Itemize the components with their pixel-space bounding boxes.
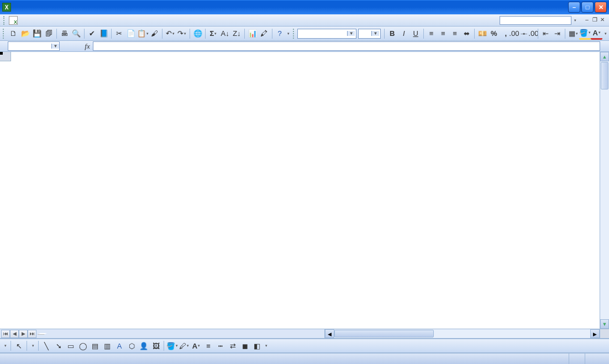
font-color-button[interactable]: A <box>591 28 602 40</box>
clipart-button[interactable]: 👤 <box>138 340 150 352</box>
copy-button[interactable]: 📄 <box>125 28 136 40</box>
font-color-draw-button[interactable]: A <box>190 340 202 352</box>
align-center-button[interactable]: ≡ <box>437 28 449 40</box>
menu-format[interactable] <box>48 19 54 22</box>
3d-button[interactable]: ◧ <box>251 340 263 352</box>
diagram-button[interactable]: ⬡ <box>125 340 138 352</box>
arrow-style-button[interactable]: ⇄ <box>227 340 239 352</box>
font-size-select[interactable]: ▼ <box>358 29 381 39</box>
chart-wizard-button[interactable]: 📊 <box>246 28 258 40</box>
help-dropdown[interactable] <box>571 14 578 27</box>
sort-desc-button[interactable]: Z↓ <box>231 28 243 40</box>
scroll-thumb[interactable] <box>334 330 434 337</box>
scroll-left-arrow[interactable]: ◀ <box>325 329 334 338</box>
tab-prev-button[interactable]: ◀ <box>10 330 19 338</box>
autoshapes-menu[interactable] <box>29 342 36 349</box>
menu-edit[interactable] <box>28 19 34 22</box>
autosum-button[interactable]: Σ <box>207 28 219 40</box>
italic-button[interactable]: I <box>398 28 410 40</box>
sort-asc-button[interactable]: A↓ <box>219 28 230 40</box>
menu-help[interactable] <box>74 19 81 22</box>
line-color-button[interactable]: 🖊 <box>178 340 190 352</box>
font-name-select[interactable]: ▼ <box>297 29 356 39</box>
select-objects-button[interactable]: ↖ <box>13 340 25 352</box>
bold-button[interactable]: B <box>386 28 398 40</box>
minimize-button[interactable]: – <box>568 2 580 13</box>
align-left-button[interactable]: ≡ <box>426 28 437 40</box>
menu-view[interactable] <box>34 19 41 22</box>
menu-data[interactable] <box>61 19 67 22</box>
textbox-button[interactable]: ▤ <box>89 340 101 352</box>
redo-button[interactable]: ↷ <box>176 28 188 40</box>
open-button[interactable]: 📂 <box>19 28 31 40</box>
undo-button[interactable]: ↶ <box>164 28 176 40</box>
help-search-input[interactable] <box>500 16 571 25</box>
help-button[interactable]: ? <box>274 28 286 40</box>
increase-indent-button[interactable]: ⇥ <box>552 28 563 40</box>
line-shape-button[interactable]: ╲ <box>40 340 53 352</box>
decrease-indent-button[interactable]: ⇤ <box>540 28 552 40</box>
menu-window[interactable] <box>67 19 74 22</box>
cells-grid[interactable] <box>11 61 600 329</box>
wordart-button[interactable]: A <box>113 340 125 352</box>
dash-style-button[interactable]: ┅ <box>214 340 227 352</box>
menu-insert[interactable] <box>41 19 48 22</box>
borders-button[interactable]: ▦ <box>567 28 579 40</box>
menu-file[interactable] <box>21 19 28 22</box>
fill-color-button[interactable]: 🪣 <box>579 28 591 40</box>
shadow-button[interactable]: ◼ <box>239 340 251 352</box>
insert-picture-button[interactable]: 🖼 <box>150 340 162 352</box>
vertical-scrollbar[interactable]: ▲ ▼ <box>600 52 609 329</box>
toolbar-handle[interactable] <box>3 16 7 25</box>
scroll-right-arrow[interactable]: ▶ <box>590 329 600 338</box>
tab-next-button[interactable]: ▶ <box>19 330 28 338</box>
horizontal-scrollbar[interactable]: ◀ ▶ <box>325 329 609 338</box>
fill-color-draw-button[interactable]: 🪣 <box>166 340 178 352</box>
permission-button[interactable]: 🗐 <box>43 28 55 40</box>
new-button[interactable]: 🗋 <box>8 28 19 40</box>
toolbar-options[interactable] <box>602 28 608 40</box>
print-button[interactable]: 🖶 <box>59 28 70 40</box>
select-all-corner[interactable] <box>0 52 11 61</box>
document-icon[interactable] <box>9 16 18 25</box>
rectangle-shape-button[interactable]: ▭ <box>65 340 77 352</box>
menu-tools[interactable] <box>54 19 61 22</box>
align-right-button[interactable]: ≡ <box>449 28 460 40</box>
mdi-minimize[interactable]: – <box>584 17 590 24</box>
hyperlink-button[interactable]: 🌐 <box>192 28 203 40</box>
toolbar-options[interactable] <box>263 340 269 352</box>
mdi-restore[interactable]: ❐ <box>591 17 598 24</box>
resize-handle[interactable] <box>600 329 609 338</box>
toolbar-handle[interactable] <box>3 29 6 39</box>
decrease-decimal-button[interactable]: ←.00 <box>524 28 536 40</box>
toolbar-handle[interactable] <box>293 29 296 39</box>
vertical-textbox-button[interactable]: ▥ <box>101 340 113 352</box>
line-style-button[interactable]: ≡ <box>202 340 214 352</box>
scroll-thumb[interactable] <box>601 62 608 89</box>
spellcheck-button[interactable]: ✔ <box>86 28 98 40</box>
maximize-button[interactable]: □ <box>581 2 594 13</box>
underline-button[interactable]: U <box>410 28 422 40</box>
oval-shape-button[interactable]: ◯ <box>77 340 89 352</box>
tab-first-button[interactable]: ⏮ <box>1 330 10 338</box>
save-button[interactable]: 💾 <box>31 28 43 40</box>
toolbar-options[interactable] <box>286 28 291 40</box>
arrow-shape-button[interactable]: ➘ <box>53 340 65 352</box>
close-button[interactable]: ✕ <box>595 2 607 13</box>
fx-icon[interactable]: fx <box>82 42 93 51</box>
format-painter-button[interactable]: 🖌 <box>149 28 160 40</box>
formula-input[interactable] <box>93 41 600 51</box>
currency-button[interactable]: 💴 <box>476 28 488 40</box>
cut-button[interactable]: ✂ <box>113 28 125 40</box>
drawing-toggle-button[interactable]: 🖍 <box>258 28 270 40</box>
name-box[interactable]: ▼ <box>8 41 60 51</box>
scroll-up-arrow[interactable]: ▲ <box>600 52 609 61</box>
sheet-tab-active[interactable] <box>38 333 48 335</box>
print-preview-button[interactable]: 🔍 <box>70 28 82 40</box>
merge-center-button[interactable]: ⬌ <box>461 28 473 40</box>
drawing-menu[interactable] <box>1 342 9 349</box>
tab-last-button[interactable]: ⏭ <box>28 330 36 338</box>
scroll-down-arrow[interactable]: ▼ <box>600 319 609 329</box>
percent-button[interactable]: % <box>488 28 500 40</box>
paste-button[interactable]: 📋 <box>137 28 149 40</box>
